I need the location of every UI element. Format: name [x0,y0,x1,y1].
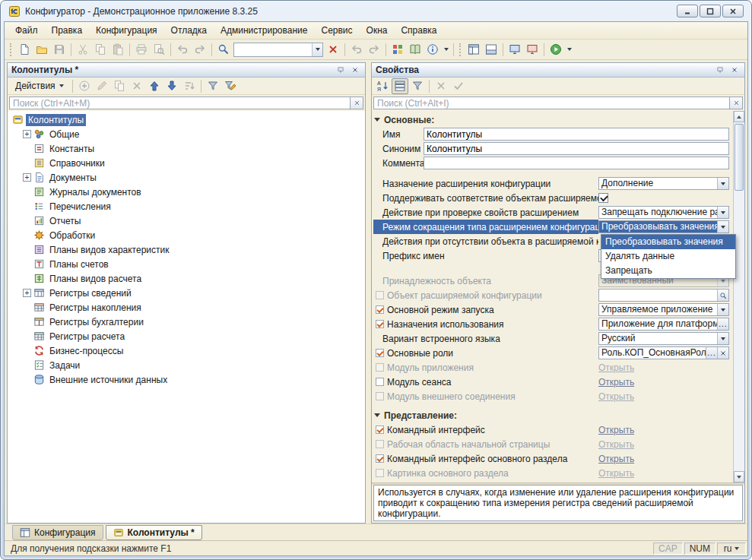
modified-flag-checkbox[interactable] [376,392,384,400]
combo-arrow-icon[interactable] [717,304,728,315]
filter-settings-button[interactable] [222,78,239,94]
delete-object-button[interactable] [129,78,145,94]
clear-search-button[interactable] [325,42,341,58]
tree-item-root[interactable]: Колонтитулы [8,112,365,127]
check-configuration-button[interactable] [389,42,406,58]
pin-panel-button[interactable] [335,65,347,75]
window-split-button[interactable] [483,42,500,58]
tab-configuration[interactable]: Конфигурация [12,525,103,540]
modified-flag-checkbox[interactable] [376,305,384,314]
open-external-connection-module-link[interactable]: Открыть [598,391,634,402]
tree-item-accounting-registers[interactable]: Регистры бухгалтерии [8,315,365,329]
open-application-module-link[interactable]: Открыть [598,362,634,373]
find-next-button[interactable] [366,42,382,58]
tree-item-charts-of-characteristic-types[interactable]: Планы видов характеристик [8,242,365,257]
window-layout-button[interactable] [465,42,482,58]
tree-item-calculation-registers[interactable]: Регистры расчета [8,329,365,343]
tree-item-business-processes[interactable]: Бизнес-процессы [8,343,365,358]
copy-object-button[interactable] [111,78,128,94]
group-by-categories-button[interactable] [392,78,408,94]
find-button[interactable] [215,42,232,58]
info-dropdown-button[interactable] [442,42,450,58]
scroll-up-button[interactable] [734,111,744,122]
usage-field[interactable]: Приложение для платформы [598,318,729,331]
undo-button[interactable] [174,42,191,58]
print-button[interactable] [133,42,150,58]
clear-tree-search-button[interactable] [351,96,363,109]
toolbar-grip[interactable] [459,43,462,56]
close-panel-button[interactable] [349,65,361,75]
tree-item-tasks[interactable]: Задачи [8,358,365,372]
tree-item-reports[interactable]: Отчеты [8,214,365,228]
section-main[interactable]: Основные: [372,112,733,127]
paste-button[interactable] [109,42,126,58]
combo-arrow-icon[interactable] [717,333,728,344]
tree-item-common[interactable]: Общие [8,127,365,141]
open-main-section-picture-link[interactable]: Открыть [598,468,634,479]
modified-flag-checkbox[interactable] [376,291,384,299]
choose-button[interactable] [706,347,717,359]
dropdown-option-convert-values[interactable]: Преобразовывать значения [601,235,735,249]
modified-flag-checkbox[interactable] [376,378,384,386]
move-down-button[interactable] [163,78,180,94]
language-indicator[interactable]: ru [717,543,746,555]
tree-item-constants[interactable]: Константы [8,141,365,156]
open-session-module-link[interactable]: Открыть [598,377,634,388]
clear-value-button[interactable] [717,347,728,359]
global-search-input[interactable] [234,44,312,55]
extension-purpose-combo[interactable]: Дополнение [598,177,729,190]
save-document-button[interactable] [51,42,68,58]
dropdown-option-delete-data[interactable]: Удалять данные [601,249,735,264]
tree-search-input[interactable] [9,96,351,109]
thick-client-button[interactable] [506,42,523,58]
search-dropdown-button[interactable] [312,43,322,56]
combo-arrow-icon[interactable] [717,221,728,233]
close-button[interactable] [722,5,744,17]
main-roles-field[interactable]: Роль.КОП_ОсновнаяРоль [598,346,729,359]
maximize-button[interactable] [700,5,721,17]
expand-icon[interactable] [23,173,31,182]
sort-button[interactable] [181,78,198,94]
menu-item-windows[interactable]: Окна [360,24,394,37]
close-panel-button[interactable] [728,65,741,75]
open-document-button[interactable] [33,42,50,58]
syntax-help-button[interactable] [407,42,424,58]
redo-button[interactable] [192,42,208,58]
filter-button[interactable] [205,78,221,94]
expand-icon[interactable] [23,130,31,138]
language-combo[interactable]: Русский [598,332,729,345]
menu-item-administration[interactable]: Администрирование [214,24,313,37]
modified-flag-checkbox[interactable] [376,440,384,448]
menu-item-edit[interactable]: Правка [46,24,89,37]
name-input[interactable] [424,128,729,141]
tree-item-catalogs[interactable]: Справочники [8,156,365,170]
find-previous-button[interactable] [348,42,365,58]
section-presentation[interactable]: Представление: [372,408,733,422]
open-main-section-command-interface-link[interactable]: Открыть [598,454,634,464]
minimize-button[interactable] [677,5,698,17]
dropdown-option-forbid[interactable]: Запрещать [601,264,735,278]
apply-edit-button[interactable] [450,78,467,94]
add-object-button[interactable] [76,78,93,94]
move-up-button[interactable] [146,78,163,94]
thin-client-button[interactable] [524,42,541,58]
extended-object-field[interactable] [598,289,729,302]
actions-menu-button[interactable]: Действия [10,79,69,93]
modified-flag-checkbox[interactable] [376,469,384,477]
tree-item-enumerations[interactable]: Перечисления [8,199,365,214]
info-button[interactable] [424,42,441,58]
open-command-interface-link[interactable]: Открыть [598,425,634,435]
expand-icon[interactable] [23,289,31,297]
edit-object-button[interactable] [94,78,110,94]
modified-flag-checkbox[interactable] [376,454,384,463]
comment-input[interactable] [424,157,729,169]
tree-item-external-data-sources[interactable]: Внешние источники данных [8,372,365,387]
synonym-input[interactable] [424,142,729,155]
properties-scrollbar[interactable] [733,111,744,482]
modified-flag-checkbox[interactable] [376,320,384,328]
modified-flag-checkbox[interactable] [376,426,384,434]
choose-button[interactable] [717,318,728,330]
tree-item-documents[interactable]: Документы [8,170,365,185]
sort-alphabetical-button[interactable] [374,78,391,94]
pin-panel-button[interactable] [714,65,726,75]
